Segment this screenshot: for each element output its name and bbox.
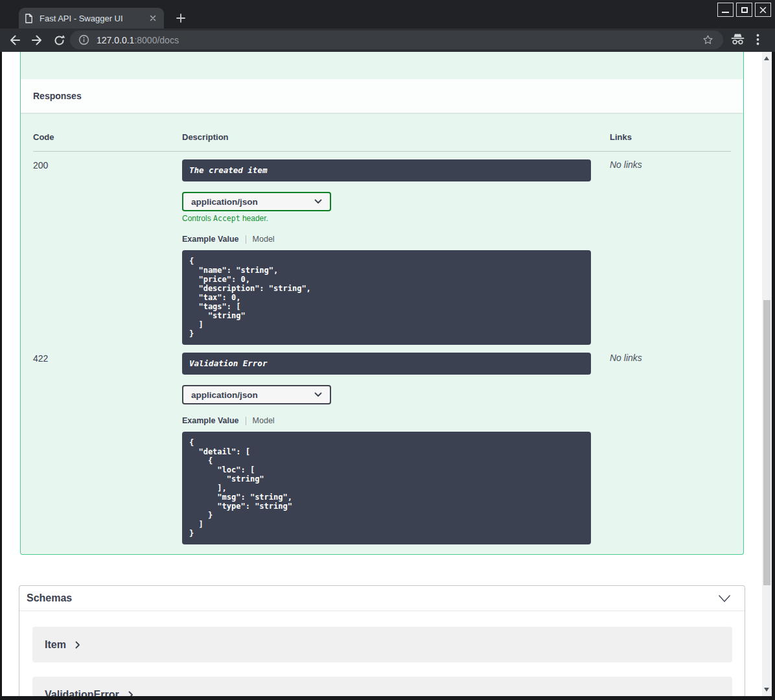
browser-titlebar: Fast API - Swagger UI [0, 0, 775, 29]
reload-button[interactable] [49, 30, 69, 50]
back-icon [8, 34, 21, 47]
response-description-box: The created item [182, 159, 591, 181]
media-type-select-200[interactable]: application/json [182, 192, 331, 211]
forward-icon [30, 34, 43, 47]
scroll-up-arrow-icon[interactable] [764, 56, 769, 60]
media-type-value: application/json [191, 390, 258, 400]
col-header-links: Links [610, 132, 731, 142]
example-model-tabs: Example Value Model [182, 416, 610, 425]
opblock-spacer [21, 52, 743, 79]
response-code: 422 [33, 345, 182, 544]
chevron-down-icon [314, 392, 322, 397]
tab-title: Fast API - Swagger UI [40, 14, 148, 23]
chevron-down-icon [314, 199, 322, 204]
incognito-icon [730, 33, 745, 45]
response-row-200: 200 The created item application/json Co… [33, 152, 731, 345]
scrollbar-thumb[interactable] [763, 300, 770, 585]
new-tab-button[interactable] [174, 11, 188, 25]
model-validationerror[interactable]: ValidationError [32, 677, 732, 696]
url-path: :8000/docs [134, 35, 179, 45]
example-json-422: { "detail": [ { "loc": [ "string" ], "ms… [182, 432, 591, 544]
accept-note-code: Accept [213, 214, 240, 223]
responses-section-header: Responses [21, 79, 743, 113]
document-icon [25, 14, 33, 23]
url-text[interactable]: 127.0.0.1:8000/docs [97, 35, 702, 45]
tab-divider [246, 417, 246, 425]
reload-icon [53, 34, 65, 47]
tab-example-value[interactable]: Example Value [182, 235, 239, 244]
schemas-header[interactable]: Schemas [19, 586, 745, 611]
responses-table-header: Code Description Links [33, 113, 731, 152]
menu-dots-icon[interactable] [756, 34, 759, 45]
accept-header-note: Controls Accept header. [182, 214, 610, 223]
minimize-button[interactable] [717, 3, 734, 17]
info-icon[interactable] [78, 34, 89, 45]
window-controls [717, 3, 771, 17]
chevron-right-icon [75, 641, 80, 649]
maximize-icon [741, 7, 748, 13]
responses-title: Responses [33, 91, 82, 101]
tab-model[interactable]: Model [253, 235, 275, 244]
response-links: No links [610, 152, 731, 345]
tab-example-value[interactable]: Example Value [182, 416, 239, 425]
bookmark-star-icon[interactable] [702, 34, 714, 46]
schemas-section: Schemas Item ValidationError [19, 585, 745, 696]
example-json-200: { "name": "string", "price": 0, "descrip… [182, 250, 591, 345]
address-bar[interactable]: 127.0.0.1:8000/docs [70, 30, 723, 49]
minimize-icon [722, 12, 729, 13]
responses-table: Code Description Links 200 The created i… [21, 113, 743, 544]
response-row-422: 422 Validation Error application/json Ex… [33, 345, 731, 544]
tab-close-icon[interactable] [148, 14, 157, 23]
col-header-code: Code [33, 132, 182, 142]
forward-button[interactable] [27, 30, 47, 50]
url-host: 127.0.0.1 [97, 35, 134, 45]
tab-divider [246, 235, 246, 244]
responses-opblock: Responses Code Description Links 200 The… [20, 52, 744, 555]
accept-note-suffix: header. [240, 214, 268, 223]
col-header-description: Description [182, 132, 610, 142]
scroll-down-arrow-icon[interactable] [764, 688, 769, 692]
response-code: 200 [33, 152, 182, 345]
close-button[interactable] [755, 3, 771, 17]
close-icon [759, 6, 767, 14]
model-name: Item [45, 639, 66, 651]
response-description-cell: Validation Error application/json Exampl… [182, 345, 610, 544]
response-links: No links [610, 345, 731, 544]
accept-note-prefix: Controls [182, 214, 213, 223]
schemas-body: Item ValidationError [19, 611, 745, 696]
chevron-right-icon [128, 691, 133, 697]
page-content: Responses Code Description Links 200 The… [2, 52, 772, 696]
maximize-button[interactable] [736, 3, 752, 17]
model-name: ValidationError [45, 689, 119, 697]
response-description-box: Validation Error [182, 353, 591, 375]
response-description-cell: The created item application/json Contro… [182, 152, 610, 345]
page-scrollbar[interactable] [762, 52, 772, 696]
media-type-select-422[interactable]: application/json [182, 385, 331, 404]
example-model-tabs: Example Value Model [182, 235, 610, 244]
back-button[interactable] [5, 30, 25, 50]
model-item[interactable]: Item [32, 627, 732, 662]
media-type-value: application/json [191, 197, 258, 207]
browser-tab[interactable]: Fast API - Swagger UI [19, 8, 164, 29]
chevron-down-icon[interactable] [718, 594, 731, 603]
schemas-title: Schemas [27, 592, 72, 604]
tab-model[interactable]: Model [253, 416, 275, 425]
